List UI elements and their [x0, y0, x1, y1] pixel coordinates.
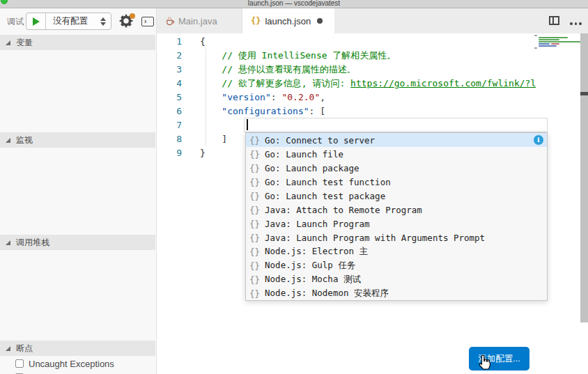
twistie-icon [6, 138, 10, 143]
suggest-item[interactable]: {}Go: Launch test function [246, 175, 547, 189]
suggest-item-label: Node.js: Mocha 测试 [265, 274, 361, 286]
code-text: // 欲了解更多信息, 请访问: https://go.microsoft.co… [182, 77, 536, 91]
code-text: { [182, 35, 206, 49]
suggest-item-label: Java: Attach to Remote Program [265, 205, 422, 215]
text-cursor [247, 119, 248, 130]
snippet-braces-icon: {} [249, 247, 260, 257]
debug-sidebar: 调试 没有配置 › 变量 监视 调用堆栈 断点 Uncaught Excepti… [0, 8, 157, 374]
editor-tab-bar: Main.java {} launch.json [157, 8, 588, 33]
line-number: 6 [157, 104, 182, 118]
code-text: "configurations": [ [182, 104, 325, 118]
debug-config-select[interactable]: 没有配置 [26, 13, 111, 30]
snippet-braces-icon: {} [249, 233, 260, 243]
window-title: launch.json — vscodejavatest [0, 0, 588, 7]
suggest-item-label: Node.js: Electron 主 [265, 246, 368, 258]
suggest-item[interactable]: {}Node.js: Nodemon 安装程序 [246, 286, 547, 300]
debug-console-icon[interactable]: › [141, 17, 154, 26]
vertical-scrollbar[interactable] [580, 33, 588, 322]
suggest-item[interactable]: {}Java: Attach to Remote Program [246, 203, 547, 217]
code-text: } [182, 146, 206, 160]
uncaught-exceptions-checkbox[interactable] [15, 359, 24, 368]
code-text: // 使用 IntelliSense 了解相关属性。 [182, 49, 396, 63]
suggest-item[interactable]: {}Node.js: Mocha 测试 [246, 272, 547, 286]
section-label: 变量 [16, 38, 33, 47]
suggest-item[interactable]: {}Go: Launch package [246, 161, 547, 175]
suggest-item-label: Node.js: Gulp 任务 [265, 260, 355, 272]
line-number: 3 [157, 63, 182, 77]
suggest-item-label: Go: Launch file [265, 149, 343, 159]
snippet-braces-icon: {} [249, 274, 260, 285]
debug-title: 调试 [7, 16, 24, 28]
suggest-item[interactable]: {}Go: Connect to serveri [246, 133, 547, 147]
snippet-braces-icon: {} [249, 177, 260, 187]
line-number: 9 [157, 146, 182, 160]
chevron-up-down-icon[interactable] [100, 17, 106, 26]
breakpoint-row: Caught Exceptions [15, 371, 105, 374]
overview-ruler-cursor-marker [580, 92, 588, 95]
suggest-widget: {}Go: Connect to serveri{}Go: Launch fil… [245, 132, 548, 301]
line-number: 4 [157, 77, 182, 91]
snippet-braces-icon: {} [249, 288, 260, 299]
section-call-stack[interactable]: 调用堆栈 [0, 235, 155, 250]
code-text [182, 118, 200, 132]
debug-toolbar: 调试 没有配置 › [0, 8, 156, 35]
code-line-4: 4 // 欲了解更多信息, 请访问: https://go.microsoft.… [157, 77, 588, 91]
gear-icon[interactable] [119, 14, 134, 29]
java-icon [165, 16, 174, 26]
section-breakpoints[interactable]: 断点 [0, 341, 155, 356]
code-editor[interactable]: 1{2 // 使用 IntelliSense 了解相关属性。3 // 悬停以查看… [157, 33, 588, 374]
divider [45, 13, 46, 29]
tab-launch-json[interactable]: {} launch.json [242, 8, 334, 33]
notification-badge [130, 13, 135, 19]
suggest-item-label: Node.js: Nodemon 安装程序 [265, 288, 389, 299]
tab-main-java[interactable]: Main.java [157, 8, 242, 33]
snippet-braces-icon: {} [249, 135, 260, 146]
code-text: ] [182, 132, 227, 146]
debug-config-value: 没有配置 [53, 15, 100, 27]
code-line-3: 3 // 悬停以查看现有属性的描述。 [157, 63, 588, 77]
twistie-icon [6, 240, 10, 245]
snippet-braces-icon: {} [249, 149, 260, 159]
snippet-braces-icon: {} [249, 260, 260, 271]
minimap[interactable] [533, 35, 583, 50]
suggest-item[interactable]: {}Go: Launch file [246, 147, 547, 161]
suggest-item[interactable]: {}Java: Launch Program [246, 217, 547, 231]
suggest-item-label: Java: Launch Program with Arguments Prom… [265, 233, 485, 243]
suggest-item[interactable]: {}Go: Launch test package [246, 189, 547, 203]
line-number: 1 [157, 35, 182, 49]
play-icon[interactable] [33, 17, 40, 26]
suggest-item-label: Go: Connect to server [265, 135, 375, 146]
current-line-highlight [244, 118, 548, 132]
code-line-1: 1{ [157, 35, 588, 49]
suggest-item[interactable]: {}Node.js: Gulp 任务 [246, 258, 547, 272]
modified-dot-icon[interactable] [317, 18, 323, 24]
snippet-braces-icon: {} [249, 219, 260, 229]
code-line-6: 6 "configurations": [ [157, 104, 588, 118]
split-editor-icon[interactable] [549, 16, 559, 25]
read-more-info-icon[interactable]: i [534, 135, 543, 145]
code-text: // 悬停以查看现有属性的描述。 [182, 63, 356, 77]
json-braces-icon: {} [251, 16, 261, 26]
suggest-item-label: Java: Launch Program [265, 219, 370, 229]
twistie-icon [6, 40, 10, 45]
suggest-item[interactable]: {}Java: Launch Program with Arguments Pr… [246, 231, 547, 244]
breakpoint-row: Uncaught Exceptions [15, 357, 114, 370]
tab-label: Main.java [178, 16, 217, 26]
code-line-5: 5 "version": "0.2.0", [157, 91, 588, 104]
section-label: 监视 [16, 135, 33, 145]
code-text: "version": "0.2.0", [182, 91, 325, 104]
section-watch[interactable]: 监视 [0, 132, 155, 148]
section-label: 断点 [16, 343, 33, 353]
suggest-item-label: Go: Launch test package [265, 191, 385, 201]
title-bar: launch.json — vscodejavatest [0, 0, 588, 8]
line-number: 2 [157, 49, 182, 63]
suggest-item[interactable]: {}Node.js: Electron 主 [246, 244, 547, 258]
snippet-braces-icon: {} [249, 163, 260, 173]
line-number: 7 [157, 118, 182, 132]
suggest-item-label: Go: Launch test function [265, 177, 391, 187]
section-variables[interactable]: 变量 [0, 35, 155, 50]
more-actions-icon[interactable] [570, 22, 582, 25]
code-line-2: 2 // 使用 IntelliSense 了解相关属性。 [157, 49, 588, 63]
line-number: 8 [157, 132, 182, 146]
snippet-braces-icon: {} [249, 205, 260, 215]
